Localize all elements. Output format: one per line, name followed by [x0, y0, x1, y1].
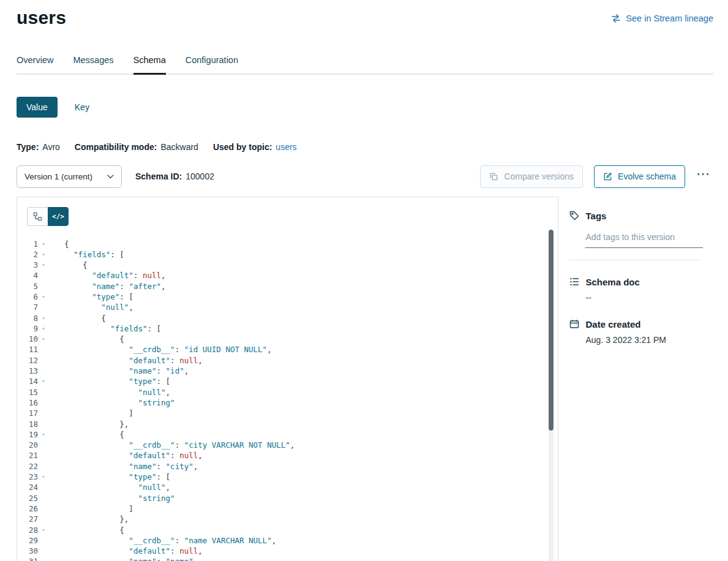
- type-value: Avro: [42, 142, 60, 152]
- line-number: 13: [27, 366, 38, 376]
- code-line: 4▾ "default": null,: [27, 270, 558, 280]
- code-line: 18▾ },: [27, 419, 558, 429]
- collapse-toggle-icon[interactable]: ▾: [39, 249, 48, 260]
- tab-messages[interactable]: Messages: [73, 55, 113, 73]
- compare-icon: [489, 172, 498, 181]
- line-number: 6: [27, 292, 38, 302]
- collapse-toggle-icon[interactable]: ▾: [39, 260, 48, 270]
- line-number: 3: [27, 260, 38, 270]
- code-text: "type": [: [64, 376, 170, 386]
- tree-view-button[interactable]: [27, 207, 48, 226]
- tab-overview[interactable]: Overview: [17, 55, 53, 73]
- code-line: 11▾ "__crdb__": "id UUID NOT NULL",: [27, 344, 558, 355]
- code-line: 21▾ "default": null,: [27, 450, 558, 461]
- code-text: "default": null,: [64, 450, 203, 461]
- schema-sidebar: Tags Schema doc -- Date created Aug. 3 2…: [569, 197, 713, 561]
- code-text: "name": "city",: [64, 461, 198, 472]
- more-actions-button[interactable]: ⋯: [694, 167, 713, 186]
- line-number: 11: [27, 344, 38, 355]
- code-text: {: [64, 313, 106, 323]
- code-line: 3▾ {: [27, 260, 558, 270]
- code-line: 12▾ "default": null,: [27, 355, 558, 366]
- code-text: ]: [64, 503, 133, 514]
- schema-code: 1▾{2▾ "fields": [3▾ {4▾ "default": null,…: [27, 239, 558, 561]
- line-number: 10: [27, 334, 38, 344]
- code-line: 10▾ {: [27, 334, 558, 344]
- date-created-value: Aug. 3 2022 3:21 PM: [585, 335, 713, 345]
- key-toggle-button[interactable]: Key: [75, 102, 89, 112]
- line-number: 5: [27, 281, 38, 292]
- line-number: 29: [27, 535, 38, 546]
- code-text: "fields": [: [64, 249, 124, 260]
- compare-versions-button[interactable]: Compare versions: [480, 165, 583, 188]
- line-number: 23: [27, 472, 38, 482]
- code-text: "string": [64, 493, 175, 503]
- code-text: "default": null,: [64, 270, 166, 280]
- line-number: 9: [27, 323, 38, 334]
- code-text: "null",: [64, 387, 170, 397]
- code-text: },: [64, 419, 129, 429]
- schema-page: users See in Stream lineage Overview Mes…: [0, 0, 728, 561]
- line-number: 18: [27, 419, 38, 429]
- code-line: 28▾ {: [27, 525, 558, 535]
- collapse-toggle-icon[interactable]: ▾: [39, 334, 48, 344]
- tags-title: Tags: [585, 211, 606, 221]
- stream-lineage-icon: [611, 13, 621, 23]
- evolve-schema-button[interactable]: Evolve schema: [594, 165, 685, 188]
- editor-view-toggle: </>: [27, 207, 69, 226]
- tab-schema[interactable]: Schema: [133, 55, 166, 75]
- line-number: 20: [27, 440, 38, 450]
- collapse-toggle-icon[interactable]: ▾: [39, 239, 48, 249]
- version-select-value: Version 1 (current): [24, 172, 92, 181]
- code-line: 7▾ "null",: [27, 302, 558, 312]
- line-number: 21: [27, 450, 38, 461]
- line-number: 14: [27, 376, 38, 386]
- schema-meta: Type:Avro Compatibility mode:Backward Us…: [17, 142, 713, 152]
- schema-id-value: 100002: [186, 171, 214, 181]
- tree-view-icon: [33, 212, 42, 221]
- collapse-toggle-icon[interactable]: ▾: [39, 472, 48, 482]
- code-line: 24▾ "null",: [27, 482, 558, 492]
- line-number: 24: [27, 482, 38, 492]
- code-text: },: [64, 514, 129, 524]
- line-number: 2: [27, 249, 38, 260]
- code-text: "name": "name",: [64, 556, 198, 561]
- code-line: 13▾ "name": "id",: [27, 366, 558, 376]
- compatibility-label: Compatibility mode:: [75, 142, 157, 152]
- editor-scrollbar[interactable]: [549, 230, 554, 561]
- editor-scrollbar-thumb[interactable]: [549, 230, 554, 431]
- collapse-toggle-icon[interactable]: ▾: [39, 429, 48, 440]
- chevron-down-icon: [107, 175, 114, 179]
- line-number: 17: [27, 408, 38, 418]
- code-line: 1▾{: [27, 239, 558, 249]
- topic-link[interactable]: users: [276, 142, 296, 152]
- line-number: 16: [27, 397, 38, 408]
- line-number: 26: [27, 503, 38, 514]
- tags-input[interactable]: [585, 230, 703, 248]
- line-number: 30: [27, 546, 38, 556]
- code-text: "name": "after",: [64, 281, 166, 292]
- code-text: {: [64, 260, 88, 270]
- code-text: "name": "id",: [64, 366, 189, 376]
- collapse-toggle-icon[interactable]: ▾: [39, 525, 48, 535]
- collapse-toggle-icon[interactable]: ▾: [39, 323, 48, 334]
- code-text: {: [64, 239, 69, 249]
- collapse-toggle-icon[interactable]: ▾: [39, 292, 48, 302]
- code-line: 16▾ "string": [27, 397, 558, 408]
- line-number: 31: [27, 556, 38, 561]
- code-view-button[interactable]: </>: [48, 207, 69, 226]
- collapse-toggle-icon[interactable]: ▾: [39, 376, 48, 386]
- code-line: 30▾ "default": null,: [27, 546, 558, 556]
- code-line: 20▾ "__crdb__": "city VARCHAR NOT NULL",: [27, 440, 558, 450]
- collapse-toggle-icon[interactable]: ▾: [39, 313, 48, 323]
- version-select[interactable]: Version 1 (current): [17, 165, 122, 188]
- schema-editor-panel: </> 1▾{2▾ "fields": [3▾ {4▾ "default": n…: [17, 197, 558, 561]
- line-number: 15: [27, 387, 38, 397]
- stream-lineage-label: See in Stream lineage: [626, 13, 713, 23]
- value-toggle-button[interactable]: Value: [17, 97, 58, 118]
- code-text: {: [64, 525, 124, 535]
- tab-configuration[interactable]: Configuration: [186, 55, 238, 73]
- schema-doc-title: Schema doc: [585, 277, 639, 287]
- stream-lineage-link[interactable]: See in Stream lineage: [611, 13, 713, 23]
- code-line: 17▾ ]: [27, 408, 558, 418]
